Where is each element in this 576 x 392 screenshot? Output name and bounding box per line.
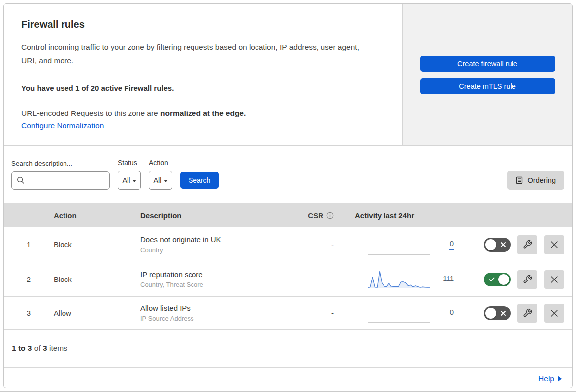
page-title: Firewall rules bbox=[21, 19, 379, 30]
close-icon bbox=[550, 309, 558, 317]
status-group: Status All bbox=[118, 159, 141, 190]
toggle-knob bbox=[498, 274, 509, 285]
column-csr: CSR bbox=[308, 211, 323, 220]
chevron-down-icon bbox=[164, 180, 168, 182]
table-header: Action Description CSR Activity last 24h… bbox=[4, 203, 572, 227]
edit-rule-button[interactable] bbox=[517, 235, 537, 254]
x-icon bbox=[501, 242, 506, 247]
range-text: 1 to 3 bbox=[12, 344, 32, 352]
activity-sparkline bbox=[368, 234, 430, 255]
ordering-button-label: Ordering bbox=[528, 176, 556, 184]
usage-text: You have used 1 of 20 active Firewall ru… bbox=[21, 84, 379, 92]
rule-action: Block bbox=[54, 240, 140, 249]
rule-enabled-toggle[interactable] bbox=[484, 273, 511, 286]
help-label: Help bbox=[538, 374, 554, 383]
rule-priority: 1 bbox=[4, 240, 54, 249]
rule-priority: 3 bbox=[4, 309, 54, 317]
x-icon bbox=[501, 311, 506, 316]
rule-fields: IP Source Address bbox=[140, 315, 304, 322]
normalization-text: URL-encoded Requests to this zone are no… bbox=[21, 109, 379, 118]
ordering-button[interactable]: Ordering bbox=[507, 171, 564, 190]
create-mtls-rule-button[interactable]: Create mTLS rule bbox=[420, 78, 555, 94]
rule-csr: - bbox=[304, 275, 339, 283]
table-row: 3 Allow Allow listed IPs IP Source Addre… bbox=[4, 297, 572, 330]
activity-sparkline bbox=[368, 269, 430, 290]
help-link[interactable]: Help bbox=[538, 374, 562, 383]
rule-csr: - bbox=[304, 240, 339, 249]
activity-count-link[interactable]: 0 bbox=[449, 239, 454, 250]
status-label: Status bbox=[118, 159, 141, 167]
action-select[interactable]: All bbox=[149, 171, 172, 190]
column-description: Description bbox=[140, 211, 304, 220]
close-icon bbox=[550, 276, 558, 283]
wrench-icon bbox=[523, 240, 532, 249]
filter-bar: Search description... Status All Action … bbox=[4, 146, 572, 203]
help-row: Help bbox=[4, 368, 572, 388]
configure-normalization-link[interactable]: Configure Normalization bbox=[21, 121, 104, 130]
action-select-value: All bbox=[153, 176, 161, 184]
search-icon bbox=[17, 176, 25, 184]
activity-count-link[interactable]: 0 bbox=[449, 308, 454, 318]
pagination-summary: 1 to 3 of 3 items bbox=[4, 330, 572, 368]
rule-action: Block bbox=[54, 275, 140, 283]
delete-rule-button[interactable] bbox=[544, 304, 564, 323]
column-activity: Activity last 24hr bbox=[355, 211, 454, 220]
search-label: Search description... bbox=[11, 160, 110, 167]
rule-fields: Country, Threat Score bbox=[140, 281, 304, 288]
delete-rule-button[interactable] bbox=[544, 270, 564, 289]
normalization-bold: normalized at the edge. bbox=[160, 109, 246, 117]
firewall-rules-card: Firewall rules Control incoming traffic … bbox=[3, 3, 573, 388]
page-description: Control incoming traffic to your zone by… bbox=[21, 40, 371, 68]
delete-rule-button[interactable] bbox=[544, 235, 564, 254]
total-count: 3 bbox=[43, 344, 47, 352]
search-input[interactable] bbox=[11, 171, 110, 190]
header-actions-panel: Create firewall rule Create mTLS rule bbox=[403, 4, 572, 145]
rule-fields: Country bbox=[140, 246, 304, 254]
ordering-list-icon bbox=[515, 176, 523, 184]
info-icon[interactable] bbox=[326, 212, 334, 219]
wrench-icon bbox=[523, 308, 532, 318]
rule-priority: 2 bbox=[4, 275, 54, 283]
rule-description: IP reputation score bbox=[140, 270, 304, 279]
activity-sparkline bbox=[368, 303, 430, 324]
normalization-prefix: URL-encoded Requests to this zone are bbox=[21, 109, 160, 117]
check-icon bbox=[489, 277, 495, 282]
action-group: Action All bbox=[149, 159, 172, 190]
rule-description: Allow listed IPs bbox=[140, 304, 304, 312]
column-action: Action bbox=[54, 211, 140, 220]
header-section: Firewall rules Control incoming traffic … bbox=[4, 4, 572, 146]
items-text: items bbox=[47, 344, 67, 352]
edit-rule-button[interactable] bbox=[517, 270, 537, 289]
header-text-panel: Firewall rules Control incoming traffic … bbox=[4, 4, 403, 145]
table-row: 1 Block Does not originate in UK Country… bbox=[4, 227, 572, 262]
rule-csr: - bbox=[304, 309, 339, 317]
close-icon bbox=[550, 241, 558, 249]
of-text: of bbox=[32, 344, 43, 352]
toggle-knob bbox=[485, 239, 496, 250]
action-label: Action bbox=[149, 159, 172, 167]
status-select-value: All bbox=[122, 176, 130, 184]
search-group: Search description... bbox=[11, 160, 110, 190]
rule-enabled-toggle[interactable] bbox=[484, 306, 511, 320]
rule-action: Allow bbox=[54, 309, 140, 317]
arrow-right-icon bbox=[558, 376, 562, 382]
edit-rule-button[interactable] bbox=[517, 304, 537, 323]
search-button[interactable]: Search bbox=[180, 172, 219, 189]
chevron-down-icon bbox=[132, 180, 136, 182]
rule-description: Does not originate in UK bbox=[140, 235, 304, 244]
toggle-knob bbox=[485, 308, 496, 319]
create-firewall-rule-button[interactable]: Create firewall rule bbox=[420, 56, 555, 72]
table-row: 2 Block IP reputation score Country, Thr… bbox=[4, 262, 572, 297]
rule-enabled-toggle[interactable] bbox=[484, 238, 511, 252]
status-select[interactable]: All bbox=[118, 171, 141, 190]
activity-count-link[interactable]: 111 bbox=[442, 274, 454, 284]
wrench-icon bbox=[523, 275, 532, 284]
